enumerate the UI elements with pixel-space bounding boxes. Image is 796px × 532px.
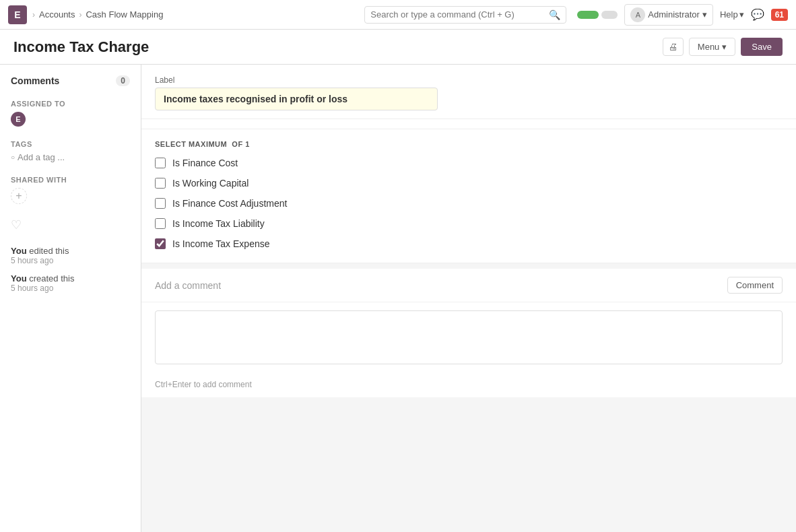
checkbox-list: Is Finance Cost Is Working Capital Is Fi… <box>155 158 783 249</box>
notification-badge[interactable]: 61 <box>771 9 788 21</box>
breadcrumb-accounts[interactable]: Accounts <box>39 9 75 20</box>
comment-header: Add a comment Comment <box>141 269 796 302</box>
add-tag-button[interactable]: Add a tag ... <box>11 152 130 162</box>
chevron-icon: › <box>32 10 35 20</box>
chevron-down-icon: ▾ <box>702 9 707 20</box>
checkbox-item-income-tax-expense: Is Income Tax Expense <box>155 238 783 249</box>
search-bar[interactable]: 🔍 <box>364 6 566 24</box>
search-icon: 🔍 <box>549 9 560 20</box>
label-field-label: Label <box>155 75 783 85</box>
comment-section: Add a comment Comment Ctrl+Enter to add … <box>141 269 796 397</box>
checkbox-label-working-capital: Is Working Capital <box>172 178 248 189</box>
shared-with-section: SHARED WITH + <box>11 176 130 204</box>
comments-section: Comments 0 <box>11 75 130 86</box>
app-logo[interactable]: E <box>8 5 27 24</box>
print-button[interactable]: 🖨 <box>663 38 684 56</box>
breadcrumb: › Accounts › Cash Flow Mapping <box>32 9 163 20</box>
chat-icon[interactable]: 💬 <box>751 8 764 21</box>
comment-textarea[interactable] <box>155 310 783 364</box>
tab-bar <box>141 119 796 129</box>
checkbox-item-finance-cost: Is Finance Cost <box>155 158 783 168</box>
assigned-user: E <box>11 112 130 127</box>
checkbox-income-tax-liability[interactable] <box>155 218 166 229</box>
status-pill <box>577 11 618 19</box>
assigned-avatar: E <box>11 112 26 127</box>
chevron-icon-2: › <box>79 10 81 20</box>
activity-you-2: You <box>11 273 27 284</box>
content-area: Label SELECT MAXIMUM OF 1 Is Finance Cos… <box>141 65 796 532</box>
checkbox-item-working-capital: Is Working Capital <box>155 178 783 189</box>
main-layout: Comments 0 ASSIGNED TO E TAGS Add a tag … <box>0 65 796 532</box>
checkbox-label-income-tax-expense: Is Income Tax Expense <box>172 238 269 249</box>
assigned-to-label: ASSIGNED TO <box>11 100 130 108</box>
activity-item-created: You created this 5 hours ago <box>11 273 130 293</box>
comment-button[interactable]: Comment <box>727 277 783 294</box>
chevron-down-icon-2: ▾ <box>739 9 744 20</box>
label-input[interactable] <box>155 88 438 110</box>
activity-action-1: edited this <box>29 246 69 256</box>
add-comment-placeholder: Add a comment <box>155 280 221 291</box>
checkbox-finance-cost[interactable] <box>155 158 166 168</box>
avatar: A <box>630 7 645 22</box>
shared-with-label: SHARED WITH <box>11 176 130 184</box>
checkbox-finance-cost-adjustment[interactable] <box>155 198 166 209</box>
assigned-to-section: ASSIGNED TO E <box>11 100 130 127</box>
checkbox-label-finance-cost: Is Finance Cost <box>172 158 238 168</box>
navbar: E › Accounts › Cash Flow Mapping 🔍 A Adm… <box>0 0 796 30</box>
comments-label: Comments <box>11 75 59 86</box>
activity-time-1: 5 hours ago <box>11 256 130 265</box>
status-gray <box>601 11 618 19</box>
tags-section: TAGS Add a tag ... <box>11 140 130 162</box>
favorite-button[interactable]: ♡ <box>11 218 130 232</box>
page-title: Income Tax Charge <box>13 38 149 56</box>
checkbox-working-capital[interactable] <box>155 178 166 189</box>
select-section: SELECT MAXIMUM OF 1 Is Finance Cost Is W… <box>141 129 796 263</box>
search-input[interactable] <box>370 9 549 20</box>
checkbox-item-finance-cost-adjustment: Is Finance Cost Adjustment <box>155 198 783 209</box>
activity-item-edited: You edited this 5 hours ago <box>11 246 130 265</box>
admin-menu-button[interactable]: A Administrator ▾ <box>624 4 713 26</box>
checkbox-label-finance-cost-adjustment: Is Finance Cost Adjustment <box>172 198 287 209</box>
add-shared-user-button[interactable]: + <box>11 188 27 204</box>
activity-section: You edited this 5 hours ago You created … <box>11 246 130 293</box>
select-header: SELECT MAXIMUM OF 1 <box>155 140 783 148</box>
activity-you-1: You <box>11 246 27 256</box>
activity-time-2: 5 hours ago <box>11 284 130 293</box>
checkbox-label-income-tax-liability: Is Income Tax Liability <box>172 218 265 229</box>
header-actions: 🖨 Menu ▾ Save <box>663 38 783 56</box>
tags-label: TAGS <box>11 140 130 148</box>
checkbox-item-income-tax-liability: Is Income Tax Liability <box>155 218 783 229</box>
save-button[interactable]: Save <box>741 38 783 56</box>
form-top: Label <box>141 65 796 119</box>
comments-count: 0 <box>116 75 130 86</box>
chevron-down-icon-3: ▾ <box>722 42 727 52</box>
status-green <box>577 11 599 19</box>
menu-button[interactable]: Menu ▾ <box>689 38 736 56</box>
breadcrumb-cashflow[interactable]: Cash Flow Mapping <box>86 9 163 20</box>
comment-hint: Ctrl+Enter to add comment <box>141 374 796 397</box>
checkbox-income-tax-expense[interactable] <box>155 238 166 249</box>
activity-action-2: created this <box>29 273 74 284</box>
page-header: Income Tax Charge 🖨 Menu ▾ Save <box>0 30 796 65</box>
sidebar: Comments 0 ASSIGNED TO E TAGS Add a tag … <box>0 65 141 532</box>
help-button[interactable]: Help ▾ <box>720 9 744 20</box>
nav-right: A Administrator ▾ Help ▾ 💬 61 <box>577 4 788 26</box>
